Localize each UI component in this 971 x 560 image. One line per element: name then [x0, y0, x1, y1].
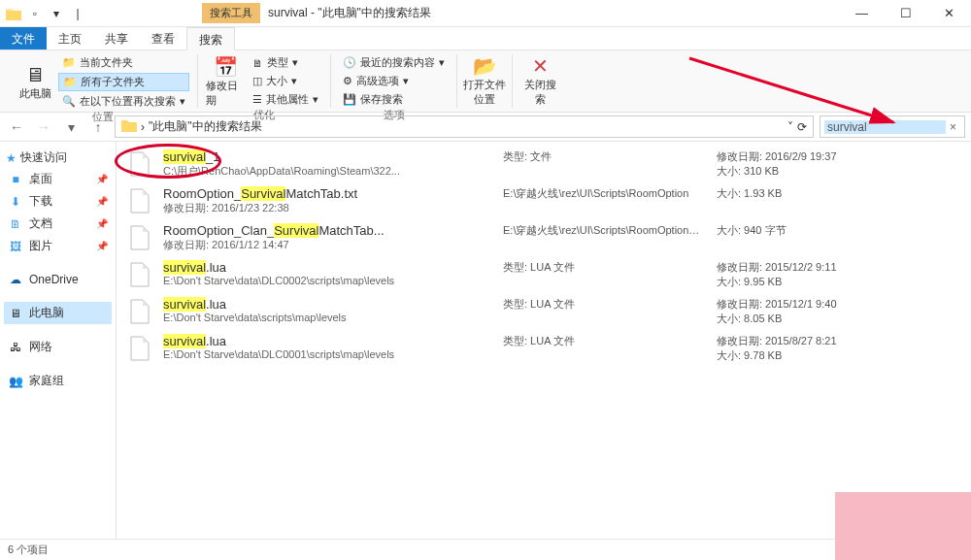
- search-input[interactable]: survival ×: [820, 115, 965, 138]
- address-row: ← → ▾ ↑ › "此电脑"中的搜索结果 ˅ ⟳ survival ×: [0, 113, 971, 142]
- desktop-icon: ■: [8, 172, 23, 187]
- other-props-filter[interactable]: ☰其他属性▾: [249, 91, 322, 108]
- this-pc-label: 此电脑: [19, 86, 51, 101]
- chevron-down-icon: ▾: [291, 75, 297, 87]
- result-meta: 大小: 1.93 KB: [717, 186, 891, 215]
- address-folder-icon: [121, 118, 137, 135]
- file-icon: [126, 223, 153, 252]
- maximize-button[interactable]: ☐: [884, 0, 927, 27]
- downloads-icon: ⬇: [8, 194, 23, 210]
- tab-home[interactable]: 主页: [47, 27, 93, 49]
- result-path: E:\Don't Starve\data\DLC0001\scripts\map…: [163, 348, 493, 360]
- search-query-text: survival: [824, 120, 946, 134]
- open-location-icon: 📂: [473, 54, 497, 78]
- file-icon: [126, 260, 153, 289]
- result-row[interactable]: survival_1 C:\用户\RenChao\AppData\Roaming…: [117, 146, 971, 182]
- close-button[interactable]: ✕: [927, 0, 971, 27]
- address-bar[interactable]: › "此电脑"中的搜索结果 ˅ ⟳: [115, 115, 814, 138]
- folder-small-icon: 📁: [62, 56, 76, 69]
- sidebar-item-documents[interactable]: 🗎文档📌: [4, 213, 112, 235]
- pictures-icon: 🖼: [8, 239, 23, 254]
- this-pc-button[interactable]: 🖥 此电脑: [16, 54, 54, 110]
- save-search[interactable]: 💾保存搜索: [339, 91, 449, 108]
- result-row[interactable]: RoomOption_Clan_SurvivalMatchTab... 修改日期…: [117, 219, 971, 256]
- onedrive-icon: ☁: [8, 272, 23, 287]
- qat-dropdown-icon[interactable]: ▾: [49, 6, 64, 21]
- chevron-down-icon: ▾: [313, 93, 318, 106]
- navigation-pane: ★快速访问 ■桌面📌 ⬇下载📌 🗎文档📌 🖼图片📌 ☁OneDrive 🖥此电脑…: [0, 142, 117, 539]
- result-path: 修改日期: 2016/1/12 14:47: [163, 238, 493, 252]
- minimize-button[interactable]: —: [840, 0, 884, 27]
- chevron-down-icon: ▾: [403, 75, 409, 87]
- nav-forward-button[interactable]: →: [33, 116, 54, 138]
- address-dropdown-icon[interactable]: ˅: [787, 120, 793, 134]
- nav-up-button[interactable]: ↑: [87, 116, 109, 138]
- result-type: E:\穿越火线\rez\UI\Scripts\RoomOption: [503, 186, 707, 215]
- size-icon: ◫: [252, 75, 262, 87]
- tab-view[interactable]: 查看: [140, 27, 186, 49]
- search-again-in-option[interactable]: 🔍在以下位置再次搜索▾: [58, 93, 189, 110]
- chevron-down-icon: ▾: [292, 56, 298, 69]
- quick-access-header[interactable]: ★快速访问: [4, 148, 112, 168]
- nav-back-button[interactable]: ←: [6, 116, 27, 138]
- sidebar-item-pictures[interactable]: 🖼图片📌: [4, 235, 112, 257]
- sidebar-item-desktop[interactable]: ■桌面📌: [4, 168, 112, 190]
- result-path: C:\用户\RenChao\AppData\Roaming\Steam\322.…: [163, 164, 493, 179]
- result-title: RoomOption_Clan_SurvivalMatchTab...: [163, 223, 493, 238]
- sidebar-item-thispc[interactable]: 🖥此电脑: [4, 302, 112, 324]
- result-type: 类型: 文件: [503, 149, 707, 179]
- recent-searches[interactable]: 🕓最近的搜索内容▾: [339, 54, 449, 71]
- result-row[interactable]: RoomOption_SurvivalMatchTab.txt 修改日期: 20…: [117, 182, 971, 219]
- tab-share[interactable]: 共享: [93, 27, 140, 49]
- advanced-options[interactable]: ⚙高级选项▾: [339, 73, 449, 89]
- sidebar-item-network[interactable]: 🖧网络: [4, 336, 112, 358]
- all-subfolders-option[interactable]: 📁所有子文件夹: [58, 73, 189, 91]
- result-path: 修改日期: 2016/1/23 22:38: [163, 201, 493, 215]
- type-filter[interactable]: 🗎类型▾: [249, 54, 322, 71]
- current-folder-option[interactable]: 📁当前文件夹: [58, 54, 189, 71]
- documents-icon: 🗎: [8, 216, 23, 232]
- props-icon: ☰: [252, 93, 262, 106]
- pin-icon: 📌: [96, 174, 108, 184]
- result-meta: 修改日期: 2015/8/27 8:21 大小: 9.78 KB: [717, 334, 891, 363]
- result-row[interactable]: survival.lua E:\Don't Starve\data\DLC000…: [117, 330, 971, 367]
- results-pane: survival_1 C:\用户\RenChao\AppData\Roaming…: [117, 142, 971, 539]
- pc-icon: 🖥: [8, 306, 23, 321]
- status-bar: 6 个项目: [0, 539, 971, 560]
- close-search-button[interactable]: ✕ 关闭搜索: [520, 54, 559, 107]
- file-icon: [126, 334, 153, 363]
- search-again-icon: 🔍: [62, 95, 76, 108]
- recent-icon: 🕓: [343, 56, 356, 69]
- sidebar-item-downloads[interactable]: ⬇下载📌: [4, 190, 112, 213]
- ribbon-tabs: 文件 主页 共享 查看 搜索: [0, 27, 971, 50]
- result-path: E:\Don't Starve\data\scripts\map\levels: [163, 312, 493, 323]
- refresh-button[interactable]: ⟳: [797, 120, 807, 134]
- clear-search-icon[interactable]: ×: [946, 120, 960, 134]
- file-icon: [126, 149, 153, 179]
- ribbon: 🖥 此电脑 📁当前文件夹 📁所有子文件夹 🔍在以下位置再次搜索▾ 位置 📅 修改…: [0, 50, 971, 113]
- open-file-location-button[interactable]: 📂 打开文件位置: [465, 54, 504, 107]
- result-row[interactable]: survival.lua E:\Don't Starve\data\DLC000…: [117, 256, 971, 293]
- search-tools-contextual-tab[interactable]: 搜索工具: [202, 3, 260, 23]
- result-meta: 修改日期: 2015/12/1 9:40 大小: 8.05 KB: [717, 297, 891, 326]
- tab-file[interactable]: 文件: [0, 27, 47, 49]
- modify-date-button[interactable]: 📅 修改日期: [206, 54, 245, 108]
- result-title: survival_1: [163, 149, 493, 164]
- size-filter[interactable]: ◫大小▾: [249, 73, 322, 89]
- nav-recent-dropdown[interactable]: ▾: [60, 116, 82, 138]
- qat-save-icon[interactable]: ▫: [27, 6, 43, 21]
- result-meta: 修改日期: 2016/2/9 19:37 大小: 310 KB: [717, 149, 891, 179]
- result-meta: 修改日期: 2015/12/2 9:11 大小: 9.95 KB: [717, 260, 891, 289]
- qat-divider: |: [70, 6, 85, 21]
- result-path: E:\Don't Starve\data\DLC0002\scripts\map…: [163, 275, 493, 286]
- pin-icon: 📌: [96, 196, 108, 207]
- result-title: survival.lua: [163, 260, 493, 275]
- star-icon: ★: [6, 151, 17, 165]
- breadcrumb-sep: ›: [141, 120, 145, 134]
- sidebar-item-onedrive[interactable]: ☁OneDrive: [4, 269, 112, 290]
- result-type: E:\穿越火线\rez\UI\Scripts\RoomOptionClan: [503, 223, 707, 252]
- sidebar-item-homegroup[interactable]: 👥家庭组: [4, 370, 112, 392]
- tab-search[interactable]: 搜索: [186, 27, 235, 50]
- type-icon: 🗎: [252, 57, 263, 69]
- result-row[interactable]: survival.lua E:\Don't Starve\data\script…: [117, 293, 971, 330]
